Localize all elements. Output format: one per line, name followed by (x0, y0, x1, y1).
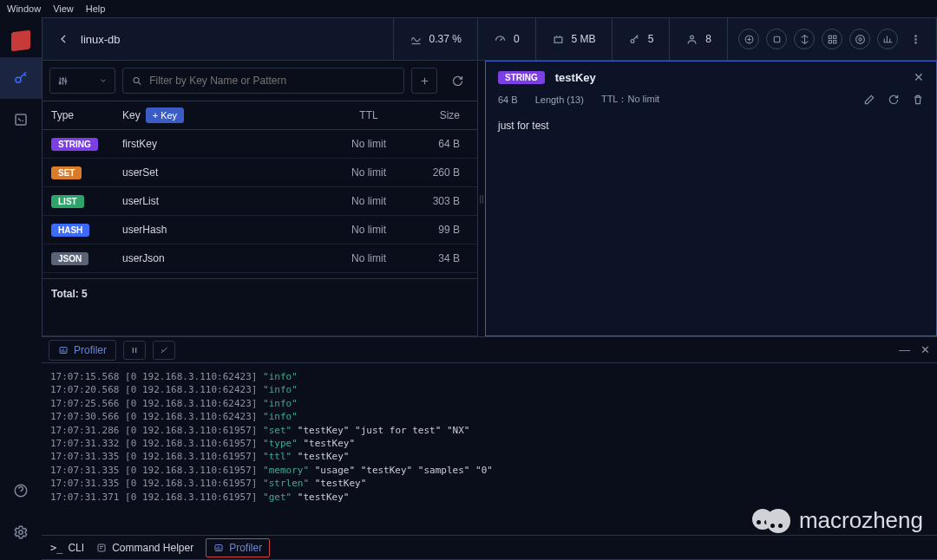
header-actions (727, 18, 936, 60)
key-type-badge: SET (51, 166, 82, 179)
chevron-down-icon (99, 76, 108, 85)
stat-keys: 5 (612, 18, 670, 60)
minimize-icon[interactable]: — (899, 343, 910, 356)
svg-rect-11 (829, 40, 831, 42)
key-size: 99 B (408, 224, 468, 236)
svg-point-17 (914, 42, 916, 43)
key-type-badge: HASH (51, 224, 89, 237)
back-icon[interactable] (56, 32, 70, 46)
col-header-size: Size (408, 109, 468, 121)
detail-key-name: testKey (555, 71, 596, 84)
svg-point-19 (62, 78, 63, 80)
nav-workbench[interactable] (0, 99, 42, 140)
key-size: 34 B (408, 252, 468, 264)
svg-point-18 (59, 81, 61, 83)
db-name: linux-db (81, 33, 121, 46)
key-ttl: No limit (330, 252, 408, 264)
action-1[interactable] (738, 29, 759, 49)
svg-point-21 (134, 77, 139, 82)
profiler-tab[interactable]: Profiler (49, 340, 116, 361)
col-header-key: Key (122, 109, 141, 121)
svg-point-5 (631, 39, 634, 42)
action-3[interactable] (794, 29, 815, 49)
search-icon (132, 75, 142, 87)
action-settings[interactable] (849, 29, 870, 49)
filter-input[interactable] (149, 75, 395, 87)
nav-help[interactable] (0, 470, 42, 511)
svg-point-20 (65, 80, 67, 81)
menu-window[interactable]: Window (7, 3, 41, 14)
footer-cli[interactable]: >_CLI (50, 542, 84, 554)
key-list-panel: Type Key+ Key TTL Size STRINGfirstKeyNo … (42, 61, 478, 336)
sliders-icon (57, 75, 69, 87)
footer-command-helper[interactable]: Command Helper (96, 542, 193, 554)
key-detail-panel: STRING testKey ✕ 64 B Length (13) TTL：No… (485, 61, 937, 336)
key-type-badge: LIST (51, 195, 84, 208)
pause-button[interactable] (123, 341, 146, 360)
table-row[interactable]: HASHuserHashNo limit99 B (43, 216, 477, 244)
table-row[interactable]: JSONuserJsonNo limit34 B (43, 244, 477, 273)
nav-keys[interactable] (0, 57, 42, 99)
key-ttl: No limit (330, 138, 408, 150)
table-footer: Total: 5 (43, 278, 477, 308)
key-type-badge: STRING (51, 138, 98, 151)
stat-memory: 5 MB (535, 18, 612, 60)
key-type-badge: JSON (51, 252, 88, 265)
stat-clients: 8 (669, 18, 727, 60)
filter-type-select[interactable] (49, 68, 115, 94)
close-profiler-icon[interactable]: ✕ (921, 343, 930, 356)
svg-point-3 (19, 531, 23, 535)
table-row[interactable]: STRINGfirstKeyNo limit64 B (43, 130, 477, 159)
svg-rect-1 (16, 114, 26, 125)
edit-icon[interactable] (863, 94, 875, 106)
svg-rect-9 (829, 36, 831, 38)
action-more[interactable] (905, 29, 926, 49)
svg-point-0 (16, 77, 21, 82)
key-name: userHash (122, 224, 330, 236)
key-name: userList (122, 195, 330, 207)
table-row[interactable]: SETuserSetNo limit260 B (43, 159, 477, 187)
menu-help[interactable]: Help (86, 3, 106, 14)
profiler-log: 17:07:15.568 [0 192.168.3.110:62423] "in… (42, 363, 937, 535)
panel-splitter[interactable]: || (478, 61, 485, 336)
svg-point-14 (855, 35, 864, 43)
add-key-button[interactable]: + Key (146, 107, 184, 123)
key-size: 260 B (408, 166, 468, 179)
key-size: 64 B (408, 138, 468, 150)
key-ttl: No limit (330, 166, 408, 179)
left-sidebar (0, 17, 42, 560)
refresh-icon[interactable] (888, 94, 900, 106)
profiler-panel: Profiler — ✕ 17:07:15.568 [0 192.168.3.1… (42, 336, 937, 560)
app-logo (0, 24, 42, 57)
table-row[interactable]: LISTuserListNo limit303 B (43, 187, 477, 216)
menu-view[interactable]: View (53, 3, 74, 14)
action-analytics[interactable] (877, 29, 898, 49)
close-icon[interactable]: ✕ (914, 70, 924, 84)
key-ttl: No limit (330, 195, 408, 207)
refresh-button[interactable] (444, 68, 470, 94)
action-2[interactable] (766, 29, 787, 49)
menubar: Window View Help (0, 0, 937, 17)
key-ttl: No limit (330, 224, 408, 236)
key-size: 303 B (408, 195, 468, 207)
svg-point-16 (914, 38, 916, 40)
stat-ops: 0 (477, 18, 535, 60)
stat-cpu: 0.37 % (393, 18, 477, 60)
action-4[interactable] (822, 29, 842, 49)
table-header-row: Type Key+ Key TTL Size (43, 101, 477, 130)
col-header-type: Type (51, 109, 122, 121)
key-name: firstKey (122, 138, 330, 150)
detail-size: 64 B (498, 94, 518, 105)
detail-length: Length (13) (535, 94, 584, 105)
profiler-icon (58, 345, 69, 355)
col-header-ttl: TTL (330, 109, 408, 121)
clear-button[interactable] (153, 341, 175, 360)
footer-profiler[interactable]: Profiler (206, 538, 270, 557)
svg-rect-12 (833, 40, 835, 42)
add-button[interactable] (411, 68, 437, 94)
filter-input-wrap (122, 68, 404, 94)
nav-settings[interactable] (0, 511, 42, 553)
svg-point-6 (691, 36, 694, 39)
svg-point-13 (858, 37, 861, 40)
trash-icon[interactable] (912, 94, 924, 106)
